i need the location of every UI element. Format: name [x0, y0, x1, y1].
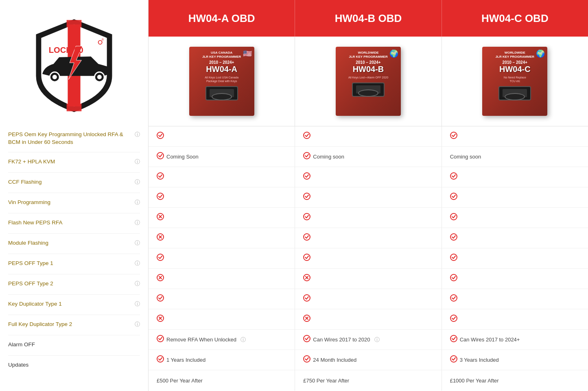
check-icon [450, 132, 457, 141]
cross-icon [157, 213, 164, 222]
feature-module: Module Flashing ⓘ [8, 234, 140, 254]
check-icon [450, 254, 457, 263]
check-icon [450, 274, 457, 283]
help-icon-key-dup-2[interactable]: ⓘ [135, 321, 140, 328]
svg-point-5 [97, 75, 102, 79]
help-icon-ccf[interactable]: ⓘ [135, 178, 140, 186]
cell-ccf-b [295, 167, 441, 187]
cell-peps-off2-c [442, 269, 588, 289]
product-box-hw04a: 🇺🇸 USA CANADAJLR KEY PROGRAMMER 2010 – 2… [189, 47, 254, 116]
row-peps [149, 126, 588, 147]
cell-peps-c [442, 126, 588, 146]
cell-fk72-c: Coming soon [442, 147, 588, 167]
svg-point-40 [157, 295, 164, 301]
svg-point-29 [450, 234, 457, 240]
feature-key-dup-1: Key Duplicator Type 1 ⓘ [8, 295, 140, 315]
product-obd-hw04c [498, 86, 531, 100]
product-model-hw04a: HW04-A [206, 65, 237, 74]
help-icon-peps-off-2[interactable]: ⓘ [135, 280, 140, 287]
cell-module-c [442, 228, 588, 248]
help-icon-module[interactable]: ⓘ [135, 239, 140, 247]
product-col-hw04b: 🌍 WORLDWIDEJLR KEY PROGRAMMER 2010 – 202… [295, 37, 441, 126]
cell-peps-b [295, 126, 441, 146]
cell-flash-peps-a [149, 208, 295, 228]
svg-point-23 [304, 213, 310, 220]
check-icon [157, 172, 164, 182]
help-icon-vin[interactable]: ⓘ [135, 199, 140, 206]
product-model-hw04b: HW04-B [353, 65, 384, 74]
product-image-row: 🇺🇸 USA CANADAJLR KEY PROGRAMMER 2010 – 2… [149, 37, 588, 126]
feature-label-key-dup-2: Full Key Duplicator Type 2 [8, 321, 133, 328]
comparison-table: HW04-A OBD HW04-B OBD HW04-C OBD 🇺🇸 USA … [149, 0, 588, 391]
row-module [149, 228, 588, 248]
svg-point-11 [450, 132, 457, 139]
check-icon [157, 193, 164, 202]
cell-text-alarm-a: Remove RFA When Unlocked [166, 337, 236, 343]
cell-ccf-c [442, 167, 588, 187]
cell-text-fk72-b: Coming soon [313, 154, 344, 160]
feature-label-alarm: Alarm OFF [8, 341, 140, 349]
feature-label-peps-off-1: PEPS OFF Type 1 [8, 260, 133, 267]
feature-peps: PEPS Oem Key Programming Unlocked RFA & … [8, 125, 140, 152]
cell-vin-a [149, 187, 295, 207]
cell-fk72-b: Coming soon [295, 147, 441, 167]
cell-key-dup1-a [149, 289, 295, 309]
check-icon [303, 172, 310, 182]
cell-text-price-c: £1000 Per Year After [450, 378, 499, 384]
feature-peps-off-1: PEPS OFF Type 1 ⓘ [8, 254, 140, 274]
cell-key-dup1-c [442, 289, 588, 309]
row-peps-off-1 [149, 248, 588, 269]
help-icon-peps-off-1[interactable]: ⓘ [135, 260, 140, 267]
cross-icon [157, 274, 164, 283]
cell-updates-a: 1 Years Included [149, 350, 295, 370]
feature-alarm: Alarm OFF [8, 335, 140, 356]
svg-point-52 [450, 335, 457, 342]
cell-text-price-b: £750 Per Year After [303, 378, 349, 384]
svg-point-13 [304, 152, 310, 159]
help-icon-alarm-b[interactable]: ⓘ [374, 336, 380, 343]
feature-fk72: FK72 + HPLA KVM ⓘ [8, 152, 140, 173]
row-updates: 1 Years Included 24 Month Included 3 Yea… [149, 350, 588, 370]
sidebar: LOCK 50 ® PEPS Oem Key Programming Unloc… [0, 0, 149, 391]
data-section: Coming Soon Coming soon Coming soon [149, 126, 588, 391]
svg-text:LOCK 50: LOCK 50 [49, 46, 83, 54]
svg-point-39 [450, 274, 457, 281]
cell-text-fk72-a: Coming Soon [166, 154, 199, 160]
product-title-hw04a: USA CANADAJLR KEY PROGRAMMER [202, 51, 241, 59]
cell-text-updates-c: 3 Years Included [460, 357, 499, 363]
check-icon [303, 152, 310, 161]
cell-key-dup2-a [149, 309, 295, 329]
cell-text-updates-b: 24 Month Included [313, 357, 356, 363]
svg-point-18 [304, 193, 310, 200]
check-icon [157, 254, 164, 263]
feature-label-peps-off-2: PEPS OFF Type 2 [8, 280, 133, 288]
product-box-hw04b: 🌍 WORLDWIDEJLR KEY PROGRAMMER 2010 – 202… [336, 47, 401, 116]
svg-point-28 [304, 234, 310, 240]
feature-vin: Vin Programming ⓘ [8, 193, 140, 213]
check-icon [303, 335, 310, 344]
cell-alarm-b: Can Wires 2017 to 2020 ⓘ [295, 330, 441, 350]
product-flag-hw04c: 🌍 [536, 49, 545, 58]
cell-module-b [295, 228, 441, 248]
cell-peps-a [149, 126, 295, 146]
svg-point-19 [450, 193, 457, 200]
cell-peps-off1-b [295, 248, 441, 268]
row-fk72: Coming Soon Coming soon Coming soon [149, 147, 588, 167]
row-key-dup-1 [149, 289, 588, 309]
help-icon-fk72[interactable]: ⓘ [135, 158, 140, 165]
help-icon-alarm-a[interactable]: ⓘ [240, 336, 246, 343]
row-price: £500 Per Year After £750 Per Year After … [149, 370, 588, 391]
feature-label-flash-peps: Flash New PEPS RFA [8, 219, 133, 227]
cell-alarm-a: Remove RFA When Unlocked ⓘ [149, 330, 295, 350]
help-icon-flash-peps[interactable]: ⓘ [135, 219, 140, 226]
check-icon [303, 213, 310, 222]
product-title-hw04c: WORLDWIDEJLR KEY PROGRAMMER [496, 51, 534, 59]
cell-price-b: £750 Per Year After [295, 370, 441, 391]
col-title-hw04b: HW04-B OBD [335, 12, 402, 25]
help-icon-peps[interactable]: ⓘ [135, 131, 140, 138]
row-key-dup-2 [149, 309, 588, 330]
cell-price-a: £500 Per Year After [149, 370, 295, 391]
svg-point-14 [157, 173, 164, 179]
help-icon-key-dup-1[interactable]: ⓘ [135, 300, 140, 308]
svg-point-41 [304, 295, 310, 301]
